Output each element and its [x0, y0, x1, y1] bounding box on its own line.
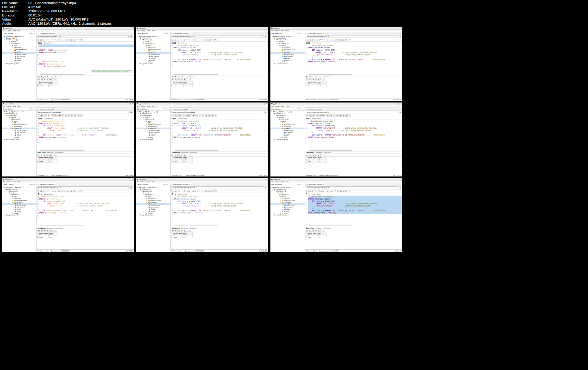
- explorer-grid-icon[interactable]: ⊞: [298, 32, 299, 34]
- tree-item[interactable]: ▸ pizzas: [270, 135, 305, 137]
- explorer-table-icon[interactable]: ▤: [31, 32, 33, 34]
- tree-caret-icon[interactable]: ▸: [148, 211, 149, 212]
- tree-caret-icon[interactable]: ▾: [280, 203, 282, 205]
- tree-item[interactable]: ▾ Tables (4): [270, 52, 305, 54]
- result-cell-colors[interactable]: [null]: [317, 85, 327, 87]
- rollback-icon[interactable]: ↺: [67, 39, 70, 41]
- tree-item[interactable]: ▾ Schemas (1): [2, 118, 36, 120]
- tree-caret-icon[interactable]: ▸: [13, 205, 15, 206]
- tree-caret-icon[interactable]: ▾: [143, 43, 144, 44]
- open-file-icon[interactable]: ▢: [37, 114, 40, 117]
- execute-icon[interactable]: ▶▾: [58, 190, 61, 192]
- close-button[interactable]: ×: [132, 27, 133, 29]
- tree-caret-icon[interactable]: ▸: [282, 60, 283, 61]
- tree-item[interactable]: ▾ public: [2, 120, 36, 122]
- explorer-menu-icon[interactable]: ≡: [29, 108, 29, 110]
- explain-icon[interactable]: ▦: [70, 114, 73, 117]
- tree-caret-icon[interactable]: ▸: [282, 130, 283, 131]
- explorer-grid-icon[interactable]: ⊞: [164, 32, 165, 34]
- tree-caret-icon[interactable]: ▾: [10, 45, 12, 46]
- tree-caret-icon[interactable]: ▾: [273, 188, 274, 190]
- sql-file-tab[interactable]: ▤ concatenate_array.sql ×: [305, 183, 325, 186]
- tree-item[interactable]: ▸ keypad: [2, 57, 36, 59]
- result-cell-person-name[interactable]: Anika: [307, 160, 317, 163]
- output-tab[interactable]: Notifications: [324, 227, 331, 229]
- connection-select[interactable]: postgres/postgres@PostgreSQL 16 ▾: [306, 35, 398, 38]
- commit-icon[interactable]: ✓: [333, 114, 336, 117]
- output-tab[interactable]: Data Output: [306, 152, 314, 153]
- save-data-icon[interactable]: ▣: [49, 230, 52, 232]
- tree-caret-icon[interactable]: ▸: [138, 139, 140, 140]
- output-tab[interactable]: Data Output: [172, 227, 180, 229]
- chart-icon[interactable]: ∿: [189, 230, 191, 232]
- editor-hscrollbar[interactable]: [174, 74, 218, 75]
- column-header[interactable]: person_name text▪: [173, 157, 183, 160]
- tree-item[interactable]: ▾ Databases (1): [136, 190, 170, 192]
- tree-item[interactable]: ▾ public: [2, 196, 36, 197]
- menu-item[interactable]: Help: [17, 105, 20, 107]
- tree-item[interactable]: ▾ postgres: [2, 41, 36, 43]
- tree-caret-icon[interactable]: ▾: [143, 194, 144, 195]
- result-cell-colors[interactable]: [null]: [49, 236, 58, 238]
- tree-caret-icon[interactable]: ▸: [13, 54, 15, 55]
- open-file-icon[interactable]: ▢: [306, 190, 309, 192]
- tree-caret-icon[interactable]: ▸: [148, 207, 149, 208]
- output-tab[interactable]: Messages: [181, 152, 188, 153]
- tree-caret-icon[interactable]: ▾: [3, 111, 4, 112]
- rollback-icon[interactable]: ↺: [202, 39, 204, 41]
- tab-more-icon[interactable]: ⋮: [399, 108, 402, 110]
- explorer-menu-icon[interactable]: ≡: [297, 184, 298, 185]
- sql-editor[interactable]: 13 -- Concatenate two arrays 14 UPDATE f…: [37, 120, 134, 151]
- maximize-button[interactable]: ▢: [398, 103, 400, 105]
- row-limit-select[interactable]: No limit ▾: [319, 114, 326, 117]
- tree-caret-icon[interactable]: ▸: [13, 211, 15, 212]
- tree-item[interactable]: ▸ pizzas: [2, 210, 36, 212]
- column-header[interactable]: person_name text▪: [39, 81, 49, 85]
- output-tab[interactable]: Messages: [315, 152, 322, 153]
- tab-close-icon[interactable]: ×: [323, 184, 324, 185]
- connection-select[interactable]: postgres/postgres@PostgreSQL 16 ▾: [37, 111, 130, 113]
- sql-file-tab[interactable]: ▤ concatenate_array.sql ×: [37, 32, 57, 35]
- tree-caret-icon[interactable]: ▸: [4, 139, 5, 140]
- tree-item[interactable]: ▸ golf_courses: [2, 207, 36, 209]
- save-data-icon[interactable]: ▣: [49, 78, 52, 80]
- delete-icon[interactable]: ▧: [315, 154, 317, 156]
- explorer-menu-icon[interactable]: ≡: [29, 32, 29, 34]
- tree-item[interactable]: ▸ Login/Group Roles: [2, 139, 36, 140]
- tree-caret-icon[interactable]: ▸: [280, 50, 282, 52]
- menu-item[interactable]: Tools: [13, 30, 16, 31]
- tree-item[interactable]: ▸ Materialized Views: [2, 124, 36, 125]
- open-file-icon[interactable]: ▢: [306, 39, 309, 41]
- result-cell-colors[interactable]: [null]: [317, 160, 327, 163]
- tree-caret-icon[interactable]: ▾: [140, 190, 141, 192]
- tree-caret-icon[interactable]: ▸: [4, 63, 5, 65]
- tree-caret-icon[interactable]: ▾: [141, 41, 143, 42]
- close-button[interactable]: ×: [400, 103, 401, 105]
- copy-icon[interactable]: ▥▾: [309, 230, 312, 232]
- tree-item[interactable]: ▸ keypad: [270, 133, 305, 135]
- filter-icon[interactable]: ▼: [182, 114, 185, 117]
- execute-icon[interactable]: ▶▾: [193, 190, 196, 192]
- commit-icon[interactable]: ✓: [199, 39, 201, 41]
- tree-caret-icon[interactable]: ▾: [10, 196, 12, 197]
- close-button[interactable]: ×: [400, 27, 401, 29]
- explorer-grid-icon[interactable]: ⊞: [164, 184, 165, 185]
- menu-item[interactable]: File: [272, 105, 274, 107]
- tree-caret-icon[interactable]: ▸: [146, 47, 147, 48]
- tree-caret-icon[interactable]: ▸: [146, 50, 147, 52]
- output-tab[interactable]: Messages: [47, 227, 53, 229]
- select-all-cell[interactable]: [37, 232, 39, 236]
- menu-item[interactable]: File: [3, 105, 5, 107]
- tree-caret-icon[interactable]: ▾: [7, 192, 8, 194]
- delete-icon[interactable]: ▧: [181, 230, 183, 232]
- tree-caret-icon[interactable]: ▾: [6, 39, 7, 40]
- tree-caret-icon[interactable]: ▸: [13, 133, 15, 134]
- tab-close-icon[interactable]: ×: [323, 108, 324, 110]
- explorer-table-icon[interactable]: ▤: [300, 184, 301, 185]
- tree-caret-icon[interactable]: ▾: [10, 120, 12, 122]
- tree-item[interactable]: ▸ golf_courses: [136, 56, 170, 57]
- tab-more-icon[interactable]: ⋮: [265, 32, 268, 34]
- copy-icon[interactable]: ▥▾: [41, 78, 43, 80]
- sql-editor[interactable]: 13 -- Concatenate two arrays 14 UPDATE f…: [171, 195, 268, 227]
- sql-file-tab[interactable]: ▤ concatenate_array.sql ×: [171, 183, 191, 186]
